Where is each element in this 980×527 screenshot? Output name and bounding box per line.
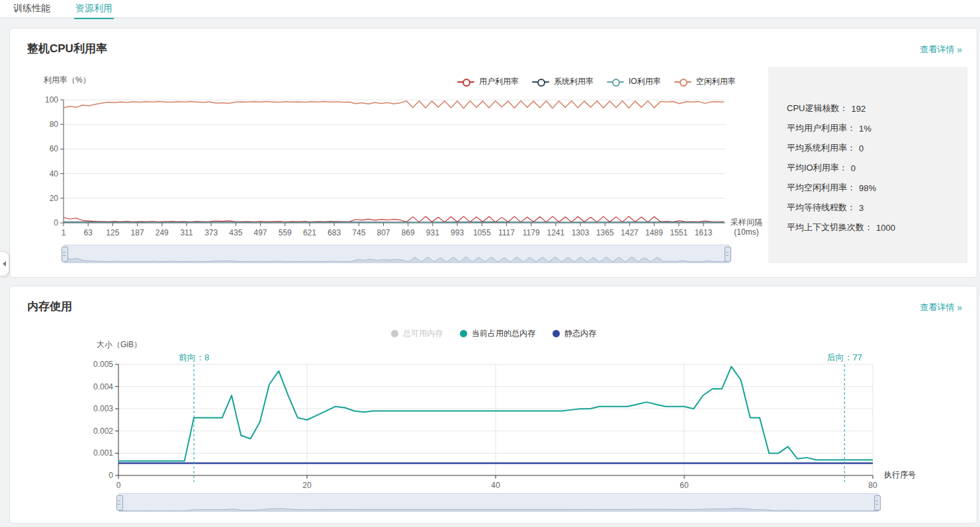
- cpu-view-details-link[interactable]: 查看详情 »: [920, 44, 962, 56]
- tick-label: 0: [109, 471, 118, 480]
- legend-label: 当前占用的总内存: [472, 328, 535, 339]
- legend-item-current-used-memory[interactable]: 当前占用的总内存: [460, 328, 535, 339]
- memory-datazoom-slider[interactable]: [118, 493, 879, 512]
- legend-label: 总可用内存: [403, 328, 443, 339]
- legend-label: IO利用率: [629, 76, 661, 87]
- tab-training-performance[interactable]: 训练性能: [13, 0, 50, 18]
- tick-label: 60: [680, 481, 688, 490]
- tick-label: 100: [45, 95, 64, 104]
- memory-view-details-label: 查看详情: [920, 302, 954, 313]
- tick-label: 20: [50, 194, 64, 203]
- dot-marker-icon: [460, 330, 467, 337]
- tick-label: 807: [377, 228, 390, 237]
- tick-label: 311: [180, 228, 193, 237]
- line-marker-icon: [607, 79, 624, 85]
- tick-label: 1365: [596, 228, 614, 237]
- tick-label: 63: [84, 228, 93, 237]
- annotation-label: 后向：77: [827, 352, 862, 364]
- tick-label: 1241: [547, 228, 564, 237]
- stat-avg-waiting-threads: 平均等待线程数：3: [787, 198, 961, 218]
- tab-bar: 训练性能 资源利用: [0, 0, 980, 19]
- tick-label: 621: [303, 228, 316, 237]
- sidebar-collapse-button[interactable]: [0, 251, 9, 276]
- tick-label: 40: [50, 169, 64, 179]
- tick-label: 80: [50, 120, 64, 129]
- stat-avg-idle-utilization: 平均空闲利用率：98%: [787, 178, 961, 198]
- line-marker-icon: [532, 79, 549, 85]
- tick-label: 931: [426, 228, 439, 237]
- dot-marker-icon: [553, 330, 560, 337]
- tick-label: 80: [868, 481, 877, 490]
- cpu-datazoom-slider[interactable]: [64, 245, 729, 263]
- tick-label: 187: [131, 228, 144, 237]
- legend-item-static-memory[interactable]: 静态内存: [553, 328, 596, 339]
- legend-item-idle-utilization[interactable]: 空闲利用率: [674, 76, 736, 87]
- stat-logical-cores: CPU逻辑核数：192: [787, 99, 961, 118]
- tick-label: 869: [402, 228, 415, 237]
- datazoom-left-handle[interactable]: [116, 495, 123, 510]
- cpu-card-title: 整机CPU利用率: [27, 41, 107, 56]
- tick-label: 435: [229, 228, 242, 237]
- legend-item-io-utilization[interactable]: IO利用率: [607, 76, 661, 87]
- legend-label: 静态内存: [564, 328, 596, 339]
- tick-label: 249: [156, 228, 169, 237]
- tick-label: 1303: [572, 228, 590, 237]
- datazoom-right-handle[interactable]: [725, 247, 731, 262]
- tick-label: 0.004: [93, 382, 118, 391]
- annotation-label: 前向：8: [179, 352, 209, 364]
- memory-usage-card: 内存使用 查看详情 » 总可用内存 当前占用的总内存 静态内存 大小（GiB） …: [9, 286, 977, 524]
- tick-label: 20: [302, 481, 311, 490]
- legend-item-user-utilization[interactable]: 用户利用率: [457, 76, 519, 87]
- tick-label: 745: [352, 228, 365, 237]
- line-marker-icon: [457, 79, 474, 85]
- stat-avg-system-utilization: 平均系统利用率：0: [787, 138, 961, 158]
- tick-label: 1427: [621, 228, 639, 237]
- cpu-line-chart: 1631251872493113734354975596216837458078…: [64, 100, 725, 223]
- legend-item-total-available-memory[interactable]: 总可用内存: [391, 328, 443, 339]
- cpu-legend: 用户利用率 系统利用率 IO利用率: [457, 76, 736, 87]
- cpu-x-axis-title: 采样间隔 (10ms): [731, 218, 762, 237]
- tab-resource-utilization[interactable]: 资源利用: [75, 0, 112, 18]
- legend-item-system-utilization[interactable]: 系统利用率: [532, 76, 594, 87]
- tick-label: 1613: [695, 228, 713, 237]
- stat-avg-io-utilization: 平均IO利用率：0: [787, 158, 961, 178]
- tick-label: 559: [279, 228, 292, 237]
- tick-label: 1551: [670, 228, 688, 237]
- memory-y-axis-title: 大小（GiB）: [97, 339, 142, 350]
- tick-label: 40: [491, 481, 500, 490]
- chevron-right-icon: »: [957, 44, 962, 55]
- tick-label: 60: [50, 144, 64, 153]
- tick-label: 497: [254, 228, 267, 237]
- memory-line-chart: 02040608000.0010.0020.0030.0040.005前向：8后…: [118, 364, 873, 475]
- tick-label: 993: [451, 228, 464, 237]
- cpu-y-axis-title: 利用率（%）: [44, 75, 91, 86]
- legend-label: 空闲利用率: [696, 76, 736, 87]
- cpu-stats-panel: CPU逻辑核数：192 平均用户利用率：1% 平均系统利用率：0 平均IO利用率…: [768, 67, 967, 263]
- datazoom-left-handle[interactable]: [62, 247, 68, 262]
- tick-label: 1179: [523, 228, 540, 237]
- tick-label: 0.002: [93, 426, 118, 436]
- tick-label: 373: [204, 228, 218, 237]
- resource-utilization-page: 训练性能 资源利用 整机CPU利用率 查看详情 » 用户利用率: [0, 0, 980, 527]
- dot-marker-icon: [391, 330, 398, 337]
- collapse-left-icon: [3, 261, 6, 266]
- legend-label: 系统利用率: [554, 76, 594, 87]
- stat-avg-user-utilization: 平均用户利用率：1%: [787, 118, 961, 138]
- tick-label: 1489: [645, 228, 663, 237]
- tick-label: 0.003: [93, 404, 118, 413]
- tick-label: 0: [116, 481, 121, 490]
- tick-label: 125: [106, 228, 119, 237]
- datazoom-right-handle[interactable]: [874, 495, 881, 510]
- tick-label: 1055: [473, 228, 491, 237]
- tick-label: 0.005: [93, 360, 118, 369]
- tick-label: 1117: [498, 228, 515, 237]
- cpu-view-details-label: 查看详情: [920, 44, 954, 56]
- tick-label: 0.001: [93, 448, 118, 458]
- cpu-utilization-card: 整机CPU利用率 查看详情 » 用户利用率 系统利用率: [9, 28, 977, 278]
- line-marker-icon: [674, 79, 691, 85]
- tick-label: 683: [328, 228, 341, 237]
- memory-x-axis-title: 执行序号: [884, 469, 916, 481]
- chevron-right-icon: »: [957, 302, 962, 313]
- memory-view-details-link[interactable]: 查看详情 »: [920, 302, 962, 313]
- memory-card-title: 内存使用: [27, 299, 72, 314]
